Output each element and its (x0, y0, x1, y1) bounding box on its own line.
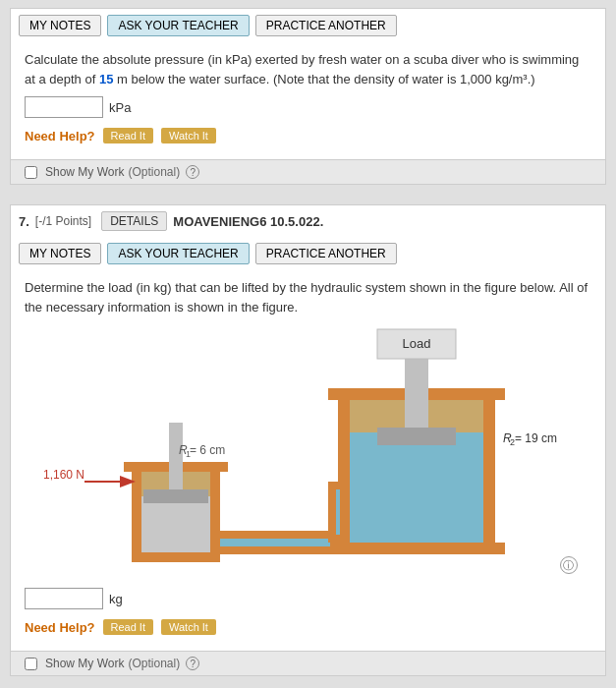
svg-rect-6 (328, 543, 505, 554)
svg-text:= 6 cm: = 6 cm (190, 443, 225, 457)
question-id: MOAVENIENG6 10.5.022. (173, 214, 323, 229)
need-help-label-7: Need Help? (25, 620, 95, 635)
problem-6-help-row: Need Help? Read It Watch It (25, 128, 591, 143)
svg-rect-2 (348, 432, 485, 545)
read-it-button-7[interactable]: Read It (103, 619, 153, 635)
show-work-label-6: Show My Work (45, 165, 124, 179)
svg-rect-8 (377, 428, 456, 445)
show-work-label-7: Show My Work (45, 657, 124, 670)
problem-7-toolbar: MY NOTES ASK YOUR TEACHER PRACTICE ANOTH… (11, 237, 605, 270)
hydraulic-svg: Load R 2 = 19 cm (33, 324, 584, 580)
svg-rect-24 (169, 423, 183, 496)
svg-rect-20 (132, 467, 141, 555)
show-work-tooltip-icon-7: ? (186, 657, 199, 670)
read-it-button-6[interactable]: Read It (103, 128, 153, 143)
svg-rect-7 (405, 354, 428, 432)
load-input[interactable] (25, 588, 103, 609)
practice-another-button-6[interactable]: PRACTICE ANOTHER (255, 15, 397, 36)
load-unit: kg (109, 592, 123, 606)
problem-7-answer-row: kg (25, 588, 591, 609)
problem-6-content: Calculate the absolute pressure (in kPa)… (11, 42, 605, 159)
practice-another-button-7[interactable]: PRACTICE ANOTHER (255, 243, 397, 264)
points-label: [-/1 Points] (35, 214, 91, 228)
svg-rect-21 (210, 467, 220, 555)
svg-text:= 19 cm: = 19 cm (515, 431, 557, 445)
svg-rect-19 (141, 496, 210, 555)
diagram-info-icon[interactable]: ⓘ (560, 556, 578, 574)
hydraulic-diagram: Load R 2 = 19 cm (33, 324, 584, 580)
show-work-checkbox-7[interactable] (25, 658, 37, 670)
optional-label-7: (Optional) (128, 657, 180, 670)
watch-it-button-6[interactable]: Watch It (161, 128, 216, 143)
svg-rect-23 (132, 552, 220, 562)
details-badge: DETAILS (101, 211, 167, 231)
depth-value: 15 (99, 72, 113, 86)
watch-it-button-7[interactable]: Watch It (161, 619, 216, 635)
spacer (0, 195, 616, 204)
ask-teacher-button-7[interactable]: ASK YOUR TEACHER (107, 243, 249, 264)
my-notes-button-6[interactable]: MY NOTES (19, 15, 101, 36)
problem-7-header: 7. [-/1 Points] DETAILS MOAVENIENG6 10.5… (11, 205, 605, 237)
show-work-bar-7: Show My Work (Optional) ? (11, 651, 605, 675)
svg-rect-17 (336, 489, 340, 535)
problem-6-toolbar: MY NOTES ASK YOUR TEACHER PRACTICE ANOTH… (11, 9, 605, 42)
svg-rect-25 (143, 489, 208, 503)
need-help-label-6: Need Help? (25, 129, 95, 143)
problem-7-block: 7. [-/1 Points] DETAILS MOAVENIENG6 10.5… (10, 204, 606, 676)
svg-rect-4 (483, 393, 495, 545)
problem-6-block: MY NOTES ASK YOUR TEACHER PRACTICE ANOTH… (10, 8, 606, 185)
pressure-input[interactable] (25, 96, 103, 118)
my-notes-button-7[interactable]: MY NOTES (19, 243, 101, 264)
problem-7-content: Determine the load (in kg) that can be l… (11, 270, 605, 651)
problem-7-help-row: Need Help? Read It Watch It (25, 619, 591, 635)
show-work-checkbox-6[interactable] (25, 166, 37, 179)
show-work-tooltip-icon-6: ? (186, 165, 199, 179)
problem-6-text: Calculate the absolute pressure (in kPa)… (25, 50, 591, 88)
optional-label-6: (Optional) (128, 165, 180, 179)
problem-number: 7. (19, 214, 29, 229)
svg-text:Load: Load (402, 336, 430, 351)
pressure-unit: kPa (109, 100, 131, 115)
show-work-bar-6: Show My Work (Optional) ? (11, 159, 605, 184)
ask-teacher-button-6[interactable]: ASK YOUR TEACHER (107, 15, 249, 36)
problem-7-text: Determine the load (in kg) that can be l… (25, 278, 591, 316)
problem-6-answer-row: kPa (25, 96, 591, 118)
svg-text:1,160 N: 1,160 N (43, 468, 84, 482)
